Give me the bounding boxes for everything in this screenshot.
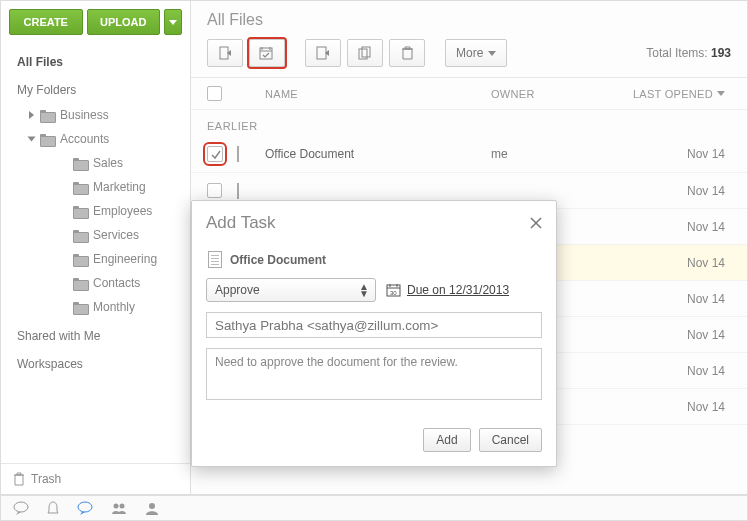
dialog-close-button[interactable]	[530, 217, 542, 229]
contacts-icon[interactable]	[111, 501, 127, 515]
chat-icon[interactable]	[77, 501, 93, 515]
breadcrumb: All Files	[191, 1, 747, 31]
due-date-text: Due on 12/31/2013	[407, 283, 509, 297]
sidebar: CREATE UPLOAD All Files My Folders Busin…	[1, 1, 191, 494]
folder-icon	[73, 278, 87, 289]
folder-label: Accounts	[60, 132, 109, 146]
toolbar-copy-button[interactable]	[347, 39, 383, 67]
upload-button[interactable]: UPLOAD	[87, 9, 161, 35]
folder-icon	[73, 182, 87, 193]
folder-label: Monthly	[93, 300, 135, 314]
trash-icon	[401, 46, 414, 60]
svg-point-10	[120, 504, 125, 509]
toolbar-delete-button[interactable]	[389, 39, 425, 67]
toolbar-share-button[interactable]	[207, 39, 243, 67]
col-name[interactable]: NAME	[265, 88, 491, 100]
copy-icon	[358, 46, 372, 60]
folder-label: Business	[60, 108, 109, 122]
folder-icon	[40, 134, 54, 145]
total-count: 193	[711, 46, 731, 60]
upload-menu-button[interactable]	[164, 9, 182, 35]
document-icon	[208, 251, 222, 268]
row-checkbox[interactable]	[207, 183, 222, 198]
folder-label: Marketing	[93, 180, 146, 194]
folder-employees[interactable]: Employees	[73, 199, 190, 223]
row-owner: me	[491, 147, 601, 161]
trash-label: Trash	[31, 472, 61, 486]
nav-all-files[interactable]: All Files	[1, 49, 190, 75]
row-date: Nov 14	[601, 147, 731, 161]
chevron-down-icon	[488, 51, 496, 56]
bottom-bar	[0, 495, 748, 521]
document-icon	[237, 146, 239, 162]
feed-icon[interactable]	[13, 501, 29, 515]
folder-icon	[73, 254, 87, 265]
row-date: Nov 14	[601, 400, 731, 414]
folder-icon	[40, 110, 54, 121]
col-owner[interactable]: OWNER	[491, 88, 601, 100]
folder-accounts[interactable]: Accounts	[29, 127, 190, 151]
check-icon	[210, 149, 221, 160]
folder-label: Services	[93, 228, 139, 242]
cancel-button[interactable]: Cancel	[479, 428, 542, 452]
total-items: Total Items: 193	[646, 46, 731, 60]
close-icon	[530, 217, 542, 229]
svg-point-7	[14, 502, 28, 512]
nav-workspaces[interactable]: Workspaces	[1, 349, 190, 377]
folder-icon	[73, 158, 87, 169]
total-label: Total Items:	[646, 46, 711, 60]
nav-my-folders[interactable]: My Folders	[1, 75, 190, 103]
more-label: More	[456, 46, 483, 60]
row-date: Nov 14	[601, 184, 731, 198]
assignee-input[interactable]	[206, 312, 542, 338]
dialog-title: Add Task	[206, 213, 276, 233]
task-action-select[interactable]: Approve ▲▼	[206, 278, 376, 302]
user-icon[interactable]	[145, 501, 159, 515]
folder-label: Contacts	[93, 276, 140, 290]
row-date: Nov 14	[601, 292, 731, 306]
select-all-checkbox[interactable]	[207, 86, 222, 101]
document-icon	[237, 183, 239, 199]
folder-sales[interactable]: Sales	[73, 151, 190, 175]
folder-engineering[interactable]: Engineering	[73, 247, 190, 271]
table-row[interactable]: Office DocumentmeNov 14	[191, 136, 747, 173]
nav-shared[interactable]: Shared with Me	[1, 319, 190, 349]
chevron-down-icon	[169, 20, 177, 25]
folder-business[interactable]: Business	[29, 103, 190, 127]
row-date: Nov 14	[601, 364, 731, 378]
folder-icon	[73, 302, 87, 313]
due-date-link[interactable]: 30 Due on 12/31/2013	[386, 283, 509, 297]
svg-rect-0	[220, 47, 228, 59]
export-icon	[316, 46, 330, 60]
create-button[interactable]: CREATE	[9, 9, 83, 35]
folder-monthly[interactable]: Monthly	[73, 295, 190, 319]
col-last-opened[interactable]: LAST OPENED	[601, 88, 731, 100]
folder-marketing[interactable]: Marketing	[73, 175, 190, 199]
row-date: Nov 14	[601, 328, 731, 342]
folder-contacts[interactable]: Contacts	[73, 271, 190, 295]
row-date: Nov 14	[601, 220, 731, 234]
add-button[interactable]: Add	[423, 428, 470, 452]
nav-trash[interactable]: Trash	[1, 463, 190, 494]
toolbar-export-button[interactable]	[305, 39, 341, 67]
notifications-icon[interactable]	[47, 501, 59, 515]
svg-text:30: 30	[390, 290, 397, 296]
svg-point-11	[149, 503, 155, 509]
toolbar-add-task-button[interactable]	[249, 39, 285, 67]
row-date: Nov 14	[601, 256, 731, 270]
calendar-icon: 30	[386, 283, 401, 297]
folder-icon	[73, 230, 87, 241]
description-textarea[interactable]	[206, 348, 542, 400]
toolbar: More Total Items: 193	[191, 31, 747, 78]
row-checkbox[interactable]	[207, 146, 223, 162]
toolbar-more-button[interactable]: More	[445, 39, 507, 67]
svg-point-9	[114, 504, 119, 509]
group-earlier: EARLIER	[191, 110, 747, 136]
share-doc-icon	[218, 46, 232, 60]
folder-services[interactable]: Services	[73, 223, 190, 247]
expand-icon	[28, 137, 36, 142]
trash-icon	[13, 472, 25, 486]
select-value: Approve	[215, 283, 260, 297]
folder-icon	[73, 206, 87, 217]
folder-label: Employees	[93, 204, 152, 218]
